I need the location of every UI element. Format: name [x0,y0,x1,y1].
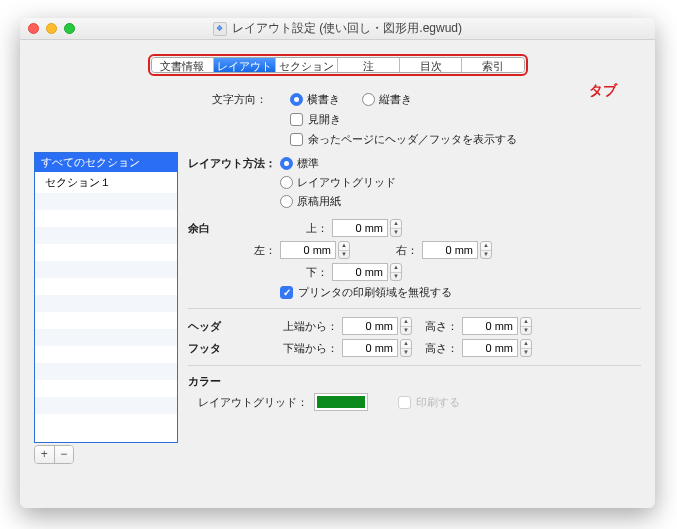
tab-docinfo[interactable]: 文書情報 [152,58,214,72]
radio-standard-label: 標準 [297,156,319,171]
separator-2 [188,365,641,366]
radio-vertical[interactable] [362,93,375,106]
header-from-label: 上端から： [280,319,338,334]
margin-bottom-step[interactable]: ▲▼ [390,263,402,281]
radio-grid[interactable] [280,176,293,189]
color-grid-label: レイアウトグリッド： [188,395,314,410]
section-panel: すべてのセクション セクション１ + − [34,152,178,464]
radio-vertical-label: 縦書き [379,92,412,107]
tab-layout[interactable]: レイアウト [214,58,276,72]
radio-standard[interactable] [280,157,293,170]
tab-toc[interactable]: 目次 [400,58,462,72]
margin-bottom-label: 下： [280,265,328,280]
check-ignore-printer-label: プリンタの印刷領域を無視する [298,285,452,300]
separator [188,308,641,309]
tab-index[interactable]: 索引 [462,58,523,72]
add-remove: + − [34,445,74,464]
footer-from-step[interactable]: ▲▼ [400,339,412,357]
window-title: ❖ レイアウト設定 (使い回し・図形用.egwud) [213,20,462,37]
margin-left-input[interactable] [280,241,336,259]
margin-right-label: 右： [370,243,418,258]
radio-manuscript[interactable] [280,195,293,208]
check-applyhf-label: 余ったページにヘッダ／フッタを表示する [308,132,517,147]
header-label: ヘッダ [188,319,280,334]
margin-left-label: 左： [228,243,276,258]
radio-horizontal[interactable] [290,93,303,106]
top-options: 文字方向： 横書き 縦書き 見開き 余ったページにヘッダ／フッタを表示する [212,92,641,147]
margin-bottom-input[interactable] [332,263,388,281]
header-from-input[interactable] [342,317,398,335]
check-print-color-label: 印刷する [416,395,460,410]
section-list[interactable]: すべてのセクション セクション１ [34,152,178,443]
layout-method-label: レイアウト方法： [188,156,280,171]
radio-horizontal-label: 横書き [307,92,340,107]
doc-proxy-icon: ❖ [213,22,227,36]
radio-manuscript-label: 原稿用紙 [297,194,341,209]
footer-height-input[interactable] [462,339,518,357]
settings-area: レイアウト方法： 標準 レイアウトグリッド 原稿用紙 余白 上： ▲▼ [188,152,641,464]
check-spread-label: 見開き [308,112,341,127]
titlebar: ❖ レイアウト設定 (使い回し・図形用.egwud) [20,18,655,40]
annotation-tab: タブ [589,82,617,100]
margin-right-input[interactable] [422,241,478,259]
tab-notes[interactable]: 注 [338,58,400,72]
margin-label: 余白 [188,221,280,236]
color-well[interactable] [314,393,368,411]
footer-height-step[interactable]: ▲▼ [520,339,532,357]
direction-label: 文字方向： [212,92,290,107]
footer-height-label: 高さ： [412,341,458,356]
check-spread[interactable] [290,113,303,126]
list-item[interactable]: セクション１ [35,172,177,193]
minimize-icon[interactable] [46,23,57,34]
margin-top-step[interactable]: ▲▼ [390,219,402,237]
tab-bar-outline: 文書情報 レイアウト セクション 注 目次 索引 [148,54,528,76]
tab-section[interactable]: セクション [276,58,338,72]
check-ignore-printer[interactable] [280,286,293,299]
footer-from-input[interactable] [342,339,398,357]
check-applyhf[interactable] [290,133,303,146]
section-list-header[interactable]: すべてのセクション [35,153,177,172]
traffic-lights [28,23,75,34]
list-empty-rows [35,193,177,431]
add-button[interactable]: + [35,446,55,463]
margin-right-step[interactable]: ▲▼ [480,241,492,259]
tab-bar: 文書情報 レイアウト セクション 注 目次 索引 [151,57,525,73]
radio-grid-label: レイアウトグリッド [297,175,396,190]
header-from-step[interactable]: ▲▼ [400,317,412,335]
margin-top-input[interactable] [332,219,388,237]
window-body: 文書情報 レイアウト セクション 注 目次 索引 タブ 文字方向： 横書き 縦書… [20,40,655,506]
check-print-color [398,396,411,409]
close-icon[interactable] [28,23,39,34]
footer-from-label: 下端から： [280,341,338,356]
footer-label: フッタ [188,341,280,356]
margin-top-label: 上： [280,221,328,236]
header-height-step[interactable]: ▲▼ [520,317,532,335]
header-height-label: 高さ： [412,319,458,334]
color-label: カラー [188,374,280,389]
zoom-icon[interactable] [64,23,75,34]
print-color-group: 印刷する [398,395,460,410]
margin-left-step[interactable]: ▲▼ [338,241,350,259]
header-height-input[interactable] [462,317,518,335]
window: ❖ レイアウト設定 (使い回し・図形用.egwud) 文書情報 レイアウト セク… [20,18,655,508]
remove-button[interactable]: − [55,446,74,463]
